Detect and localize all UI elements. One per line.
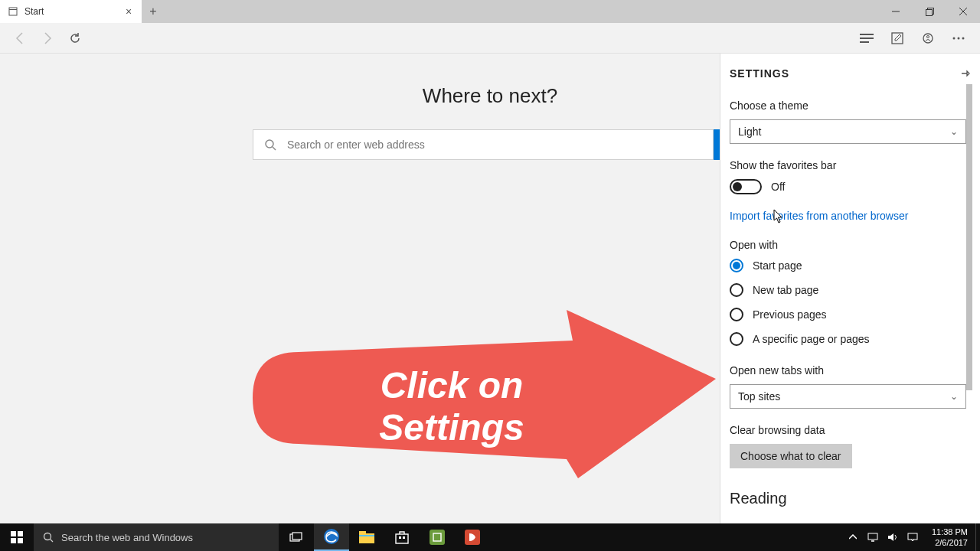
- theme-select[interactable]: Light ⌄: [730, 119, 966, 144]
- radio-start-page[interactable]: Start page: [730, 259, 966, 272]
- search-bar: [253, 129, 727, 160]
- svg-rect-31: [399, 536, 401, 539]
- taskbar-clock[interactable]: 11:38 PM 2/6/2017: [924, 523, 975, 551]
- open-with-radio-group: Start page New tab page Previous pages A…: [730, 259, 966, 346]
- svg-line-23: [51, 540, 54, 543]
- taskbar-app-store[interactable]: [384, 523, 420, 551]
- search-icon: [43, 532, 54, 543]
- svg-rect-18: [11, 531, 16, 536]
- forward-button[interactable]: [34, 24, 61, 52]
- back-button[interactable]: [6, 24, 34, 52]
- window-controls: [879, 0, 980, 23]
- browser-tab[interactable]: Start ×: [0, 0, 142, 23]
- svg-rect-0: [9, 8, 17, 15]
- taskbar-search-placeholder: Search the web and Windows: [61, 532, 270, 543]
- svg-point-15: [962, 37, 965, 39]
- settings-panel: SETTINGS Choose a theme Light ⌄ Show the…: [720, 54, 980, 523]
- svg-rect-36: [868, 533, 877, 540]
- settings-title: SETTINGS: [730, 67, 789, 80]
- taskbar-app-explorer[interactable]: [349, 523, 384, 551]
- svg-rect-29: [359, 535, 374, 536]
- svg-point-13: [953, 37, 956, 39]
- open-new-tabs-select[interactable]: Top sites ⌄: [730, 384, 966, 409]
- web-note-button[interactable]: [882, 24, 913, 52]
- svg-rect-21: [18, 538, 23, 543]
- tab-title: Start: [24, 6, 117, 17]
- radio-specific-page[interactable]: A specific page or pages: [730, 332, 966, 346]
- tray-network-icon[interactable]: [866, 533, 880, 542]
- minimize-button[interactable]: [879, 0, 913, 23]
- taskbar-search[interactable]: Search the web and Windows: [34, 523, 279, 551]
- task-view-button[interactable]: [279, 523, 314, 551]
- svg-rect-20: [11, 538, 16, 543]
- svg-point-14: [958, 37, 960, 39]
- scrollbar-thumb[interactable]: [966, 84, 972, 390]
- open-with-label: Open with: [730, 239, 966, 251]
- favorites-bar-toggle[interactable]: [730, 179, 762, 194]
- settings-scrollbar[interactable]: [966, 54, 972, 523]
- reading-heading: Reading: [730, 490, 966, 507]
- open-new-tabs-value: Top sites: [738, 390, 780, 403]
- tray-volume-icon[interactable]: [886, 533, 900, 542]
- svg-rect-25: [292, 533, 302, 540]
- svg-point-16: [266, 140, 273, 148]
- new-tab-button[interactable]: +: [142, 0, 165, 23]
- radio-new-tab-page[interactable]: New tab page: [730, 283, 966, 297]
- svg-rect-32: [403, 536, 405, 539]
- taskbar-app-red[interactable]: [455, 523, 490, 551]
- svg-rect-4: [926, 9, 932, 15]
- start-button[interactable]: [0, 523, 34, 551]
- system-tray: [841, 523, 924, 551]
- page-icon: [8, 6, 18, 17]
- theme-value: Light: [738, 126, 761, 138]
- svg-rect-19: [18, 531, 23, 536]
- share-button[interactable]: [913, 24, 943, 52]
- choose-clear-button[interactable]: Choose what to clear: [730, 444, 852, 468]
- favorites-bar-label: Show the favorites bar: [730, 159, 966, 171]
- search-box[interactable]: [253, 129, 714, 160]
- clock-time: 11:38 PM: [932, 527, 968, 537]
- svg-point-12: [927, 35, 929, 37]
- more-button[interactable]: [943, 24, 974, 52]
- import-favorites-link[interactable]: Import favorites from another browser: [730, 210, 966, 222]
- show-desktop-button[interactable]: [975, 523, 980, 551]
- svg-rect-38: [908, 533, 917, 540]
- svg-rect-33: [430, 530, 445, 545]
- radio-previous-pages[interactable]: Previous pages: [730, 308, 966, 321]
- svg-rect-10: [892, 33, 903, 44]
- tray-notifications-icon[interactable]: [906, 533, 920, 542]
- svg-point-22: [44, 533, 51, 540]
- svg-line-17: [273, 147, 276, 150]
- close-window-button[interactable]: [946, 0, 980, 23]
- maximize-button[interactable]: [913, 0, 946, 23]
- theme-label: Choose a theme: [730, 99, 966, 112]
- search-input[interactable]: [287, 139, 702, 151]
- tray-chevron-icon[interactable]: [846, 534, 860, 540]
- clock-date: 2/6/2017: [932, 537, 968, 548]
- clear-data-label: Clear browsing data: [730, 424, 966, 436]
- chevron-down-icon: ⌄: [950, 126, 958, 137]
- taskbar-app-edge[interactable]: [314, 523, 349, 551]
- chevron-down-icon: ⌄: [950, 391, 958, 402]
- taskbar-app-green[interactable]: [420, 523, 455, 551]
- tab-bar: Start × +: [0, 0, 980, 23]
- hub-button[interactable]: [851, 24, 882, 52]
- favorites-bar-state: Off: [771, 181, 785, 193]
- search-icon: [264, 139, 276, 151]
- open-new-tabs-label: Open new tabs with: [730, 364, 966, 377]
- close-tab-icon[interactable]: ×: [123, 5, 134, 18]
- browser-toolbar: [0, 23, 980, 54]
- refresh-button[interactable]: [61, 24, 89, 52]
- taskbar: Search the web and Windows 11:38 PM 2/6/…: [0, 523, 980, 551]
- svg-rect-30: [396, 534, 408, 543]
- svg-rect-28: [359, 531, 366, 535]
